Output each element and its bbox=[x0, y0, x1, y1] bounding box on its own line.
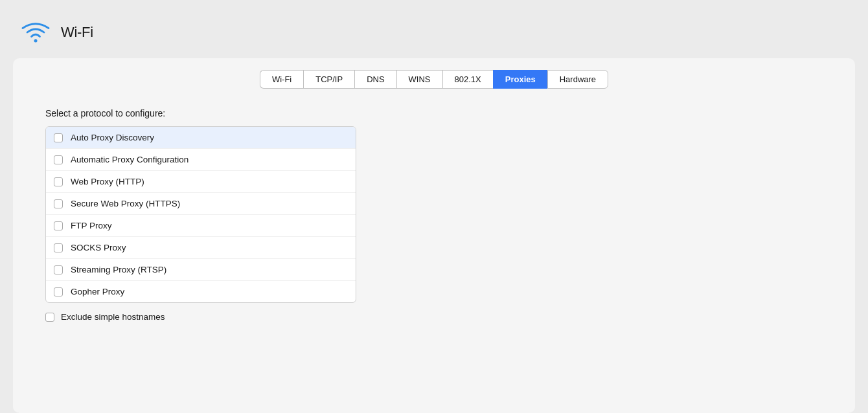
checkbox-secure-https[interactable] bbox=[54, 199, 63, 208]
tab-8021x[interactable]: 802.1X bbox=[442, 70, 493, 89]
checkbox-streaming-rtsp[interactable] bbox=[54, 265, 63, 274]
wifi-icon bbox=[19, 19, 52, 45]
protocol-label-auto-discovery: Auto Proxy Discovery bbox=[71, 133, 154, 142]
protocol-item-socks[interactable]: SOCKS Proxy bbox=[46, 237, 356, 259]
checkbox-auto-config[interactable] bbox=[54, 155, 63, 164]
protocol-label-streaming-rtsp: Streaming Proxy (RTSP) bbox=[71, 265, 166, 274]
bottom-options: Exclude simple hostnames bbox=[45, 312, 823, 322]
protocol-item-web-http[interactable]: Web Proxy (HTTP) bbox=[46, 171, 356, 193]
proxies-content: Select a protocol to configure: Auto Pro… bbox=[13, 89, 855, 341]
section-label: Select a protocol to configure: bbox=[45, 108, 823, 118]
tab-wifi[interactable]: Wi-Fi bbox=[260, 70, 303, 89]
page-title: Wi-Fi bbox=[61, 24, 93, 41]
protocol-item-ftp[interactable]: FTP Proxy bbox=[46, 215, 356, 237]
protocol-item-streaming-rtsp[interactable]: Streaming Proxy (RTSP) bbox=[46, 259, 356, 281]
protocol-label-gopher: Gopher Proxy bbox=[71, 287, 124, 296]
checkbox-auto-discovery[interactable] bbox=[54, 133, 63, 142]
protocol-label-auto-config: Automatic Proxy Configuration bbox=[71, 155, 188, 164]
protocol-item-secure-https[interactable]: Secure Web Proxy (HTTPS) bbox=[46, 193, 356, 215]
tab-wins[interactable]: WINS bbox=[396, 70, 442, 89]
svg-point-0 bbox=[34, 39, 38, 43]
tab-tcpip[interactable]: TCP/IP bbox=[303, 70, 354, 89]
checkbox-web-http[interactable] bbox=[54, 177, 63, 186]
content-panel: Wi-Fi TCP/IP DNS WINS 802.1X Proxies Har… bbox=[13, 58, 855, 413]
protocol-item-auto-discovery[interactable]: Auto Proxy Discovery bbox=[46, 127, 356, 149]
tabs-bar: Wi-Fi TCP/IP DNS WINS 802.1X Proxies Har… bbox=[13, 58, 855, 89]
protocol-list: Auto Proxy Discovery Automatic Proxy Con… bbox=[45, 126, 356, 303]
tab-hardware[interactable]: Hardware bbox=[547, 70, 608, 89]
protocol-label-web-http: Web Proxy (HTTP) bbox=[71, 177, 144, 186]
checkbox-ftp[interactable] bbox=[54, 221, 63, 230]
main-container: Wi-Fi Wi-Fi TCP/IP DNS WINS 802.1X Proxi… bbox=[0, 0, 868, 413]
protocol-item-gopher[interactable]: Gopher Proxy bbox=[46, 281, 356, 302]
checkbox-exclude-hostnames[interactable] bbox=[45, 313, 54, 322]
tab-proxies[interactable]: Proxies bbox=[493, 70, 547, 89]
protocol-label-secure-https: Secure Web Proxy (HTTPS) bbox=[71, 199, 180, 208]
header: Wi-Fi bbox=[0, 13, 868, 58]
protocol-label-socks: SOCKS Proxy bbox=[71, 243, 126, 252]
protocol-label-ftp: FTP Proxy bbox=[71, 221, 112, 230]
checkbox-gopher[interactable] bbox=[54, 287, 63, 296]
protocol-item-auto-config[interactable]: Automatic Proxy Configuration bbox=[46, 149, 356, 171]
exclude-hostnames-label: Exclude simple hostnames bbox=[61, 312, 165, 322]
tab-dns[interactable]: DNS bbox=[354, 70, 396, 89]
checkbox-socks[interactable] bbox=[54, 243, 63, 252]
